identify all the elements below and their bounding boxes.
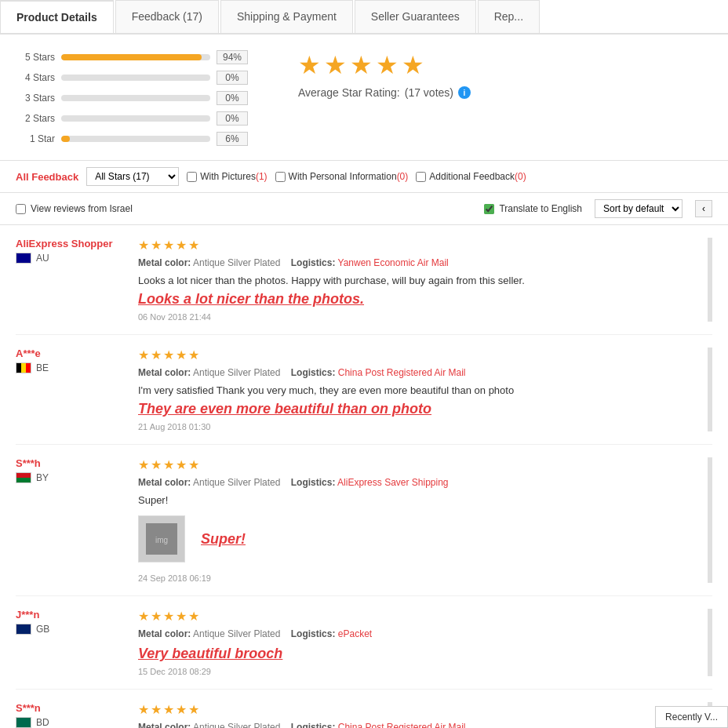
reviewer-info: A***e BE: [16, 348, 126, 431]
review-image[interactable]: img: [138, 515, 185, 562]
view-israel-checkbox[interactable]: [16, 204, 26, 214]
metal-value: Antique Silver Plated: [193, 477, 280, 488]
scrollbar: [708, 609, 712, 676]
reviewer-name: A***e: [16, 348, 126, 359]
review-content: ★ ★ ★ ★ ★ Metal color: Antique Silver Pl…: [138, 348, 692, 431]
reviewer-country: BE: [16, 362, 126, 373]
tab-rep[interactable]: Rep...: [478, 0, 540, 33]
stars-display: ★ ★ ★ ★ ★: [298, 50, 471, 80]
review-text: I'm very satisfied Thank you very much, …: [138, 384, 692, 396]
star-4: ★: [176, 348, 187, 362]
star-row-3: 3 Stars 0%: [16, 91, 267, 105]
with-personal-checkbox[interactable]: [275, 172, 286, 182]
review-date: 06 Nov 2018 21:44: [138, 312, 692, 322]
star-1: ★: [138, 609, 149, 624]
star-3: ★: [163, 238, 174, 253]
with-personal-label[interactable]: With Personal Information(0): [289, 171, 409, 182]
star-2: ★: [151, 609, 162, 624]
reviewer-name: J***n: [16, 609, 126, 621]
star-3: ★: [163, 457, 174, 472]
reviewer-name: S***n: [16, 702, 126, 714]
highlight-text: They are even more beautiful than on pho…: [138, 401, 692, 417]
reviewer-info: AliExpress Shopper AU: [16, 238, 126, 322]
review-list: AliExpress Shopper AU ★ ★ ★ ★ ★ Metal co…: [0, 225, 728, 728]
flag-by-icon: [16, 472, 31, 483]
reviewer-name: AliExpress Shopper: [16, 238, 126, 249]
tab-product-details[interactable]: Product Details: [0, 0, 114, 33]
review-item: S***h BY ★ ★ ★ ★ ★ Metal color: Antique …: [16, 445, 712, 596]
view-israel-label[interactable]: View reviews from Israel: [31, 203, 133, 214]
with-pictures-label[interactable]: With Pictures(1): [200, 171, 267, 182]
star-row-2: 2 Stars 0%: [16, 111, 267, 126]
metal-label: Metal color:: [138, 367, 191, 378]
bar-bg-4: [61, 75, 210, 81]
star-1: ★: [138, 702, 149, 717]
meta-line: Metal color: Antique Silver Plated Logis…: [138, 257, 692, 268]
reviewer-country: AU: [16, 253, 126, 264]
review-item: A***e BE ★ ★ ★ ★ ★ Metal color: Antique …: [16, 335, 712, 445]
metal-value: Antique Silver Plated: [193, 257, 280, 268]
tab-seller-guarantees[interactable]: Seller Guarantees: [355, 0, 476, 33]
logistics-label: Logistics:: [291, 257, 336, 268]
review-stars: ★ ★ ★ ★ ★: [138, 609, 692, 624]
logistics-label: Logistics:: [291, 477, 336, 488]
with-pictures-checkbox[interactable]: [187, 172, 197, 182]
scrollbar: [708, 238, 712, 322]
star-4: ★: [176, 609, 187, 624]
reviewer-info: S***h BY: [16, 457, 126, 583]
stars-filter-dropdown[interactable]: All Stars (17): [86, 167, 179, 186]
review-stars: ★ ★ ★ ★ ★: [138, 238, 692, 253]
translate-label[interactable]: Translate to English: [499, 203, 582, 214]
bar-pct-1: 6%: [217, 132, 248, 146]
with-pictures-filter: With Pictures(1): [187, 171, 267, 182]
avg-text: Average Star Rating: (17 votes) i: [298, 86, 471, 99]
star-label-2: 2 Stars: [16, 113, 55, 124]
flag-bd-icon: [16, 717, 31, 728]
tab-feedback[interactable]: Feedback (17): [115, 0, 219, 33]
meta-line: Metal color: Antique Silver Plated Logis…: [138, 477, 692, 488]
logistics-value: Yanwen Economic Air Mail: [338, 257, 449, 268]
star-row-1: 1 Star 6%: [16, 132, 267, 146]
metal-value: Antique Silver Plated: [193, 722, 280, 728]
highlight-text: Very beautiful brooch: [138, 646, 692, 662]
logistics-label: Logistics:: [291, 628, 336, 639]
scrollbar: [708, 348, 712, 431]
filter-bar: All Feedback All Stars (17) With Picture…: [0, 160, 728, 193]
flag-gb-icon: [16, 624, 31, 635]
sort-dropdown[interactable]: Sort by default: [595, 199, 682, 218]
star-label-3: 3 Stars: [16, 93, 55, 104]
additional-feedback-label[interactable]: Additional Feedback(0): [429, 171, 526, 182]
star-5: ★: [188, 702, 199, 717]
review-item: J***n GB ★ ★ ★ ★ ★ Metal color: Antique …: [16, 596, 712, 690]
star-2: ★: [151, 238, 162, 253]
logistics-value: China Post Registered Air Mail: [338, 367, 466, 378]
bar-fill-5: [61, 54, 202, 60]
meta-line: Metal color: Antique Silver Plated Logis…: [138, 628, 692, 639]
svg-text:img: img: [155, 536, 168, 544]
star-label-4: 4 Stars: [16, 72, 55, 83]
reviewer-country: BY: [16, 472, 126, 483]
metal-label: Metal color:: [138, 257, 191, 268]
rating-section: 5 Stars 94% 4 Stars 0% 3 Stars 0% 2 Star…: [0, 35, 728, 160]
reviewer-info: J***n GB: [16, 609, 126, 676]
star-5: ★: [188, 457, 199, 472]
star-row-5: 5 Stars 94%: [16, 50, 267, 64]
prev-page-button[interactable]: ‹: [695, 200, 712, 217]
translate-checkbox[interactable]: [484, 204, 494, 214]
review-text: Super!: [138, 494, 692, 506]
tabs-bar: Product Details Feedback (17) Shipping &…: [0, 0, 728, 35]
scrollbar: [708, 457, 712, 583]
all-feedback-label[interactable]: All Feedback: [16, 171, 78, 183]
recently-viewed-button[interactable]: Recently V...: [655, 706, 728, 728]
bar-pct-5: 94%: [217, 50, 248, 64]
review-date: 24 Sep 2018 06:19: [138, 573, 692, 583]
additional-feedback-checkbox[interactable]: [416, 172, 426, 182]
info-icon[interactable]: i: [458, 86, 471, 99]
metal-value: Antique Silver Plated: [193, 628, 280, 639]
country-code: GB: [36, 624, 49, 635]
review-content: ★ ★ ★ ★ ★ Metal color: Antique Silver Pl…: [138, 238, 692, 322]
star-5: ★: [188, 348, 199, 362]
tab-shipping[interactable]: Shipping & Payment: [220, 0, 353, 33]
highlight-text: Looks a lot nicer than the photos.: [138, 291, 692, 308]
country-code: BD: [36, 717, 49, 728]
